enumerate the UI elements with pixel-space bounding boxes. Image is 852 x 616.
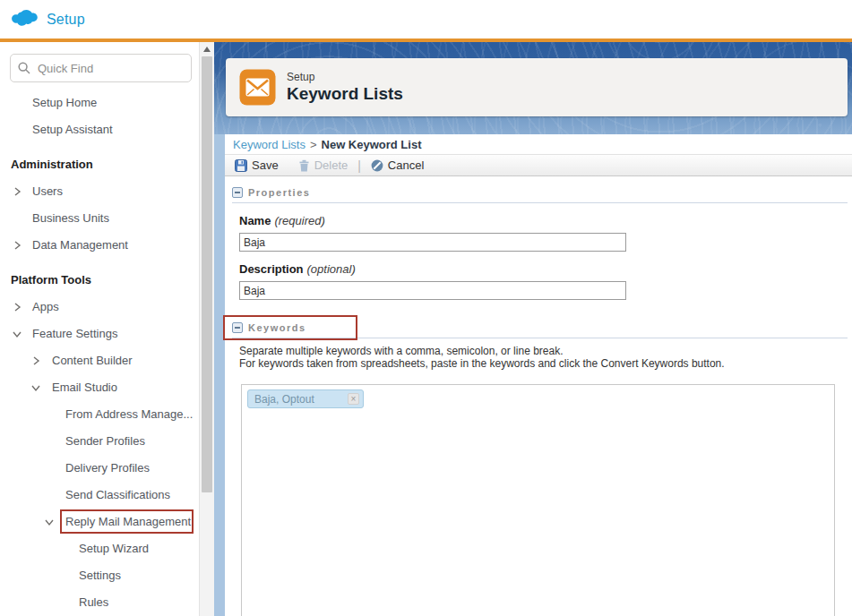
quick-find-input[interactable] [38,62,172,75]
setup-sidebar: Setup Home Setup Assistant Administratio… [0,42,199,616]
sidebar-item-send-classifications[interactable]: Send Classifications [0,482,199,509]
envelope-icon [239,69,276,106]
keywords-help-text: Separate multiple keywords with a comma,… [239,345,848,370]
keyword-list-form: Properties Name(required) Description(op… [225,176,852,616]
scrollbar-thumb[interactable] [202,56,212,492]
sidebar-item-settings[interactable]: Settings [0,562,199,589]
chevron-down-icon [12,329,22,339]
name-input[interactable] [239,233,626,252]
collapse-section-icon[interactable] [232,187,243,198]
description-hint: (optional) [307,262,356,276]
description-label: Description [239,262,304,276]
cancel-button[interactable]: Cancel [367,158,427,172]
salesforce-cloud-icon [12,10,39,29]
chevron-down-icon [30,382,41,393]
keywords-section-label: Keywords [248,322,306,333]
app-window: Setup Setup Home Setup Assistant Adminis… [0,0,852,616]
sidebar-item-setup-assistant[interactable]: Setup Assistant [0,116,199,143]
chevron-right-icon [30,355,41,366]
chevron-right-icon [12,240,22,251]
banner-eyebrow: Setup [287,71,403,83]
sidebar-item-business-units[interactable]: Business Units [0,205,199,232]
sidebar-item-from-address-management[interactable]: From Address Manage... [0,401,199,428]
trash-icon [298,159,310,172]
top-bar: Setup [0,0,852,38]
action-toolbar: Save Delete | [225,154,852,176]
keywords-help-line-2: For keywords taken from spreadsheets, pa… [239,357,848,370]
app-title: Setup [47,12,85,28]
sidebar-item-rules[interactable]: Rules [0,589,199,616]
save-icon [235,159,247,172]
breadcrumb-separator: > [310,138,317,151]
sidebar-section-administration: Administration [0,151,199,178]
sidebar-item-setup-home[interactable]: Setup Home [0,90,199,116]
setup-banner: Setup Keyword Lists [214,42,852,134]
collapse-section-icon[interactable] [232,322,243,333]
quick-find-box[interactable] [10,54,192,82]
banner-card: Setup Keyword Lists [226,58,848,116]
sidebar-item-reply-mail-management[interactable]: Reply Mail Management [0,509,199,535]
sidebar-item-users[interactable]: Users [0,178,199,205]
keywords-input-area[interactable]: Baja, Optout × [241,384,835,616]
page-title: Keyword Lists [287,84,403,104]
keywords-section-header: Keywords [232,321,848,338]
sidebar-item-delivery-profiles[interactable]: Delivery Profiles [0,455,199,482]
breadcrumb-keyword-lists-link[interactable]: Keyword Lists [233,138,306,151]
remove-keyword-icon[interactable]: × [348,393,359,405]
breadcrumb: Keyword Lists > New Keyword List [225,134,852,154]
scroll-up-icon [203,47,211,52]
chevron-down-icon [44,517,55,527]
save-button[interactable]: Save [231,158,282,172]
keyword-tag-label: Baja, Optout [254,393,314,406]
chevron-right-icon [12,302,22,312]
sidebar-nav: Setup Home Setup Assistant Administratio… [0,90,199,616]
description-field: Description(optional) [239,262,848,300]
content-panel: Keyword Lists > New Keyword List [225,134,852,616]
name-hint: (required) [274,214,324,227]
name-label: Name [239,214,271,227]
sidebar-item-email-studio[interactable]: Email Studio [0,374,199,401]
properties-section-header: Properties [232,185,848,203]
scroll-up-button[interactable] [200,42,214,56]
sidebar-item-content-builder[interactable]: Content Builder [0,347,199,374]
name-field: Name(required) [239,214,848,252]
delete-button[interactable]: Delete [295,158,352,172]
keywords-help-line-1: Separate multiple keywords with a comma,… [239,345,848,357]
content-left-strip [214,134,225,616]
sidebar-item-apps[interactable]: Apps [0,294,199,321]
sidebar-item-feature-settings[interactable]: Feature Settings [0,321,199,347]
main-content: Setup Keyword Lists Keyword Lists > New … [214,42,852,616]
keyword-tag: Baja, Optout × [247,389,364,408]
toolbar-separator: | [357,158,361,173]
search-icon [18,62,30,74]
sidebar-item-setup-wizard[interactable]: Setup Wizard [0,535,199,562]
cancel-icon [371,159,383,172]
sidebar-section-platform-tools: Platform Tools [0,267,199,294]
vertical-scrollbar[interactable] [199,42,214,616]
chevron-right-icon [12,186,22,197]
description-input[interactable] [239,281,626,300]
properties-section-label: Properties [248,187,310,198]
breadcrumb-current: New Keyword List [322,138,422,151]
sidebar-item-data-management[interactable]: Data Management [0,232,199,259]
sidebar-item-sender-profiles[interactable]: Sender Profiles [0,428,199,455]
